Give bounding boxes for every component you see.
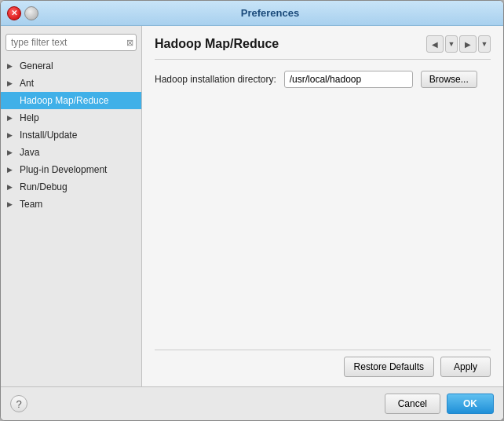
panel-title: Hadoop Map/Reduce — [155, 37, 279, 51]
arrow-icon: ▶ — [7, 200, 16, 208]
ok-button[interactable]: OK — [447, 394, 494, 414]
sidebar-item-team[interactable]: ▶ Team — [1, 196, 141, 213]
sidebar-item-label: Java — [20, 147, 39, 158]
sidebar-item-label: Hadoop Map/Reduce — [20, 95, 108, 106]
minimize-button[interactable] — [24, 6, 38, 20]
arrow-icon: ▶ — [7, 166, 16, 174]
filter-box: ⊠ — [5, 34, 137, 51]
title-bar: ✕ Preferences — [1, 1, 503, 26]
sidebar-item-install[interactable]: ▶ Install/Update — [1, 126, 141, 144]
panel-actions: Restore Defaults Apply — [155, 350, 491, 377]
browse-button[interactable]: Browse... — [421, 71, 477, 88]
window-controls: ✕ — [7, 6, 38, 20]
sidebar-item-rundebug[interactable]: ▶ Run/Debug — [1, 178, 141, 196]
sidebar-item-label: General — [20, 60, 53, 71]
sidebar-item-label: Run/Debug — [20, 181, 68, 192]
sidebar-item-label: Team — [20, 199, 42, 210]
arrow-icon: ▶ — [7, 183, 16, 191]
arrow-icon: ▶ — [7, 148, 16, 156]
sidebar-item-java[interactable]: ▶ Java — [1, 144, 141, 161]
apply-button[interactable]: Apply — [440, 357, 491, 377]
preferences-dialog: ✕ Preferences ⊠ ▶ General ▶ Ant Hadoop M… — [0, 0, 504, 421]
window-title: Preferences — [43, 7, 497, 19]
bottom-bar: ? Cancel OK — [1, 386, 503, 420]
installation-dir-input[interactable] — [284, 71, 413, 88]
sidebar-item-label: Plug-in Development — [20, 164, 107, 175]
back-dropdown[interactable]: ▼ — [445, 35, 458, 53]
nav-toolbar: ◀ ▼ ▶ ▼ — [426, 35, 491, 53]
restore-defaults-button[interactable]: Restore Defaults — [344, 357, 434, 377]
forward-button[interactable]: ▶ — [459, 35, 477, 53]
arrow-icon: ▶ — [7, 131, 16, 139]
main-panel: Hadoop Map/Reduce ◀ ▼ ▶ ▼ Hadoop install… — [142, 26, 503, 386]
sidebar-item-label: Ant — [20, 78, 34, 89]
sidebar-item-label: Install/Update — [20, 130, 77, 141]
arrow-icon: ▶ — [7, 114, 16, 122]
sidebar-item-label: Help — [20, 112, 39, 123]
help-button[interactable]: ? — [10, 395, 27, 412]
panel-spacer — [155, 96, 491, 350]
installation-dir-label: Hadoop installation directory: — [155, 74, 276, 85]
sidebar-item-general[interactable]: ▶ General — [1, 57, 141, 75]
back-button[interactable]: ◀ — [426, 35, 444, 53]
sidebar-item-help[interactable]: ▶ Help — [1, 109, 141, 126]
sidebar-item-ant[interactable]: ▶ Ant — [1, 75, 141, 92]
bottom-buttons: Cancel OK — [385, 394, 494, 414]
sidebar-item-plugin[interactable]: ▶ Plug-in Development — [1, 161, 141, 178]
sidebar-item-hadoop[interactable]: Hadoop Map/Reduce — [1, 92, 141, 109]
close-button[interactable]: ✕ — [7, 6, 21, 20]
content-area: ⊠ ▶ General ▶ Ant Hadoop Map/Reduce ▶ He… — [1, 26, 503, 386]
sidebar: ⊠ ▶ General ▶ Ant Hadoop Map/Reduce ▶ He… — [1, 26, 142, 386]
forward-dropdown[interactable]: ▼ — [478, 35, 491, 53]
cancel-button[interactable]: Cancel — [385, 394, 440, 414]
arrow-icon: ▶ — [7, 79, 16, 87]
filter-clear-icon[interactable]: ⊠ — [126, 38, 133, 48]
filter-input[interactable] — [5, 34, 137, 51]
installation-dir-row: Hadoop installation directory: Browse... — [155, 71, 491, 88]
panel-header: Hadoop Map/Reduce ◀ ▼ ▶ ▼ — [155, 35, 491, 60]
arrow-icon: ▶ — [7, 62, 16, 70]
